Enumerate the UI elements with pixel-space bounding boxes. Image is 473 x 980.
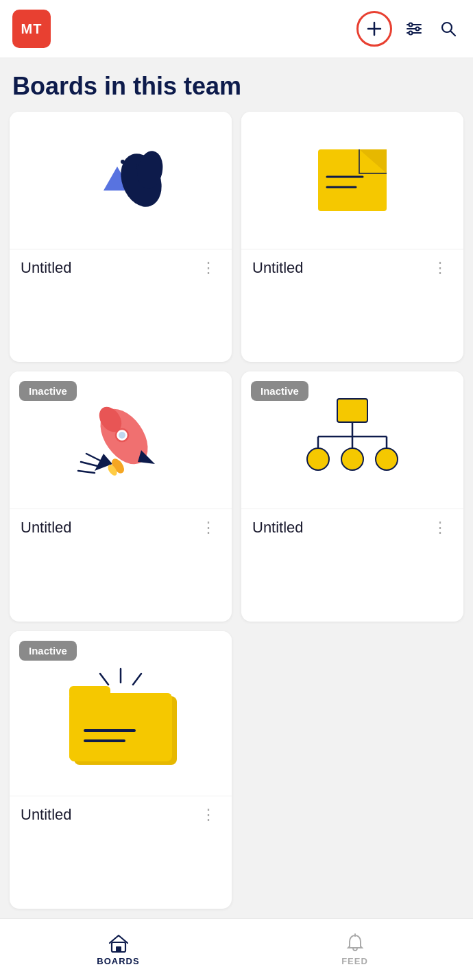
svg-point-5: [409, 23, 413, 27]
header-icons: [356, 11, 461, 47]
board-more-3[interactable]: ⋮: [197, 519, 221, 537]
board-illustration-2: [241, 112, 463, 249]
svg-point-22: [119, 432, 125, 439]
svg-line-9: [451, 32, 456, 36]
board-card-5[interactable]: Inactive Untitled ⋮: [10, 631, 232, 909]
nav-boards[interactable]: BOARDS: [0, 919, 236, 980]
svg-point-13: [132, 164, 137, 169]
page-title: Boards in this team: [0, 58, 473, 112]
boards-icon: [108, 933, 129, 953]
board-card-4[interactable]: Inactive Untitled: [241, 371, 463, 622]
search-button[interactable]: [436, 16, 461, 41]
svg-point-6: [416, 27, 420, 31]
board-card-3[interactable]: Inactive Untitled: [10, 371, 232, 622]
card-footer-1: Untitled ⋮: [10, 249, 232, 288]
card-footer-5: Untitled ⋮: [10, 796, 232, 835]
board-more-5[interactable]: ⋮: [197, 806, 221, 824]
svg-line-28: [81, 462, 97, 466]
svg-rect-46: [69, 693, 172, 761]
header: MT: [0, 0, 473, 58]
filter-button[interactable]: [402, 16, 426, 41]
svg-point-7: [409, 32, 413, 35]
inactive-badge-3: Inactive: [19, 381, 77, 401]
svg-line-51: [133, 674, 141, 685]
feed-nav-label: FEED: [341, 956, 368, 966]
board-illustration-5: Inactive: [10, 631, 232, 796]
card-footer-4: Untitled ⋮: [241, 509, 463, 548]
boards-nav-label: BOARDS: [97, 956, 139, 966]
board-more-1[interactable]: ⋮: [197, 259, 221, 277]
svg-line-27: [86, 454, 100, 461]
svg-point-14: [121, 160, 125, 164]
board-card-2[interactable]: Untitled ⋮: [241, 112, 463, 362]
board-title-3: Untitled: [21, 519, 72, 537]
board-card-1[interactable]: Untitled ⋮: [10, 112, 232, 362]
card-footer-3: Untitled ⋮: [10, 509, 232, 548]
board-illustration-3: Inactive: [10, 371, 232, 509]
board-more-2[interactable]: ⋮: [428, 259, 452, 277]
feed-icon: [345, 933, 365, 953]
boards-grid: Untitled ⋮ Untitled ⋮ Inactive: [0, 112, 473, 918]
board-illustration-4: Inactive: [241, 371, 463, 509]
avatar[interactable]: MT: [12, 10, 51, 48]
nav-feed[interactable]: FEED: [236, 919, 473, 980]
svg-line-50: [100, 674, 108, 685]
svg-rect-30: [337, 399, 367, 422]
svg-line-29: [78, 471, 95, 473]
inactive-badge-4: Inactive: [251, 381, 308, 401]
add-button[interactable]: [356, 11, 392, 47]
board-title-5: Untitled: [21, 806, 72, 824]
board-illustration-1: [10, 112, 232, 249]
board-title-2: Untitled: [252, 259, 304, 277]
board-title-4: Untitled: [252, 519, 304, 537]
board-more-4[interactable]: ⋮: [428, 519, 452, 537]
inactive-badge-5: Inactive: [19, 641, 77, 661]
bottom-nav: BOARDS FEED: [0, 918, 473, 980]
board-title-1: Untitled: [21, 259, 72, 277]
svg-rect-53: [116, 946, 121, 952]
card-footer-2: Untitled ⋮: [241, 249, 463, 288]
